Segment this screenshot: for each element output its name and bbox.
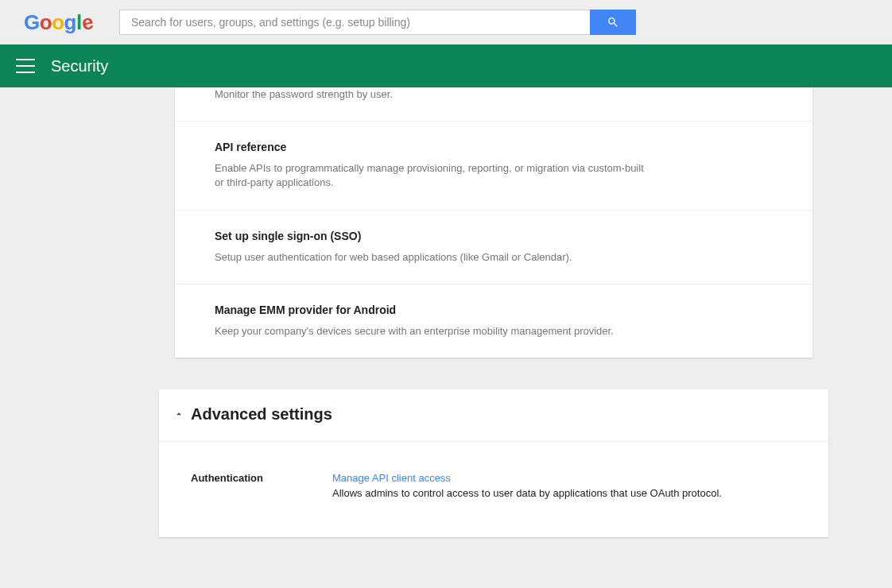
advanced-settings-header[interactable]: Advanced settings [159,389,828,442]
authentication-description: Allows admins to control access to user … [332,487,722,499]
top-bar: Google [0,0,892,44]
manage-api-client-access-link[interactable]: Manage API client access [332,472,451,484]
card-title: Set up single sign-on (SSO) [215,230,773,242]
search-button[interactable] [590,10,636,35]
google-logo[interactable]: Google [24,10,97,34]
card-password-monitoring[interactable]: Monitor the password strength by user. [175,87,812,122]
search-input[interactable] [119,10,590,35]
card-desc: Keep your company's devices secure with … [215,324,644,338]
card-api-reference[interactable]: API reference Enable APIs to programmati… [175,122,812,210]
menu-icon[interactable] [16,59,35,73]
app-bar: Security [0,44,892,87]
advanced-settings-card: Advanced settings Authentication Manage … [159,389,828,537]
content-area: Monitor the password strength by user. A… [0,87,892,588]
card-title: Manage EMM provider for Android [215,304,773,316]
security-card-list: Monitor the password strength by user. A… [175,87,812,358]
card-sso[interactable]: Set up single sign-on (SSO) Setup user a… [175,211,812,284]
page-title: Security [51,57,108,75]
authentication-content: Manage API client access Allows admins t… [332,472,722,499]
authentication-label: Authentication [191,472,332,499]
advanced-settings-body: Authentication Manage API client access … [159,442,828,537]
chevron-up-icon [173,408,184,420]
search-icon [607,16,619,29]
card-desc: Setup user authentication for web based … [215,250,644,265]
search-container [119,10,636,35]
card-title: API reference [215,141,773,153]
card-desc: Enable APIs to programmatically manage p… [215,161,644,190]
card-desc: Monitor the password strength by user. [215,87,644,102]
advanced-settings-title: Advanced settings [191,405,332,424]
card-emm-android[interactable]: Manage EMM provider for Android Keep you… [175,284,812,358]
